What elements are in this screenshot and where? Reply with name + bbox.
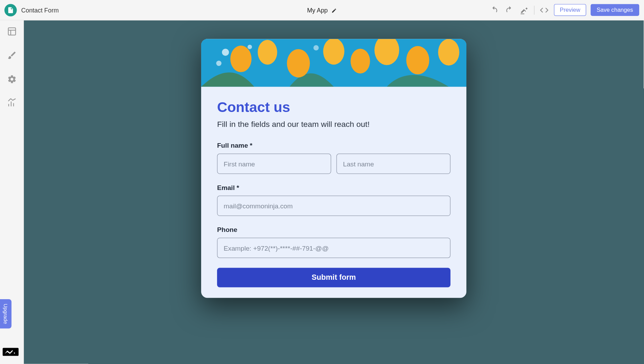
- topbar-right: Preview Save changes: [489, 4, 639, 16]
- svg-point-17: [222, 49, 229, 55]
- divider: [534, 6, 535, 15]
- form-subtitle: Fill in the fields and our team will rea…: [217, 120, 450, 129]
- phone-input[interactable]: [217, 238, 450, 258]
- gear-icon[interactable]: [7, 75, 17, 86]
- svg-point-9: [230, 46, 251, 72]
- email-field-block: Email *: [217, 184, 450, 216]
- fullname-row: [217, 154, 450, 174]
- redo-icon[interactable]: [504, 5, 515, 15]
- layout-icon[interactable]: [7, 27, 17, 38]
- fullname-label: Full name *: [217, 142, 450, 149]
- app-name[interactable]: My App: [307, 7, 328, 14]
- phone-field-block: Phone: [217, 226, 450, 258]
- svg-point-10: [258, 40, 277, 65]
- corner-badge[interactable]: [3, 348, 19, 356]
- phone-label: Phone: [217, 226, 450, 233]
- edit-name-icon[interactable]: [331, 7, 337, 12]
- svg-point-11: [287, 49, 310, 78]
- app-logo[interactable]: [5, 4, 17, 16]
- firstname-input[interactable]: [217, 154, 331, 174]
- gavel-icon[interactable]: [519, 5, 530, 15]
- fullname-field-block: Full name *: [217, 142, 450, 174]
- undo-icon[interactable]: [489, 5, 500, 15]
- left-sidebar: Upgrade: [0, 20, 24, 364]
- contact-form-card: Contact us Fill in the fields and our te…: [201, 39, 466, 298]
- email-label: Email *: [217, 184, 450, 191]
- form-body: Contact us Fill in the fields and our te…: [201, 87, 466, 298]
- email-input[interactable]: [217, 196, 450, 216]
- main-area: Upgrade: [0, 20, 644, 364]
- topbar-left: Contact Form: [5, 4, 59, 16]
- svg-rect-0: [8, 28, 15, 35]
- form-title: Contact us: [217, 99, 450, 115]
- svg-point-12: [323, 39, 344, 64]
- svg-point-18: [216, 61, 221, 66]
- topbar-center: My App: [307, 7, 337, 14]
- analytics-icon[interactable]: [7, 98, 17, 110]
- svg-marker-6: [5, 350, 12, 354]
- page-name: Contact Form: [21, 7, 59, 14]
- canvas[interactable]: Contact us Fill in the fields and our te…: [24, 20, 644, 364]
- preview-button[interactable]: Preview: [554, 4, 586, 16]
- svg-rect-7: [14, 353, 15, 354]
- code-icon[interactable]: [539, 5, 550, 15]
- svg-point-13: [351, 49, 370, 73]
- lastname-input[interactable]: [337, 154, 450, 174]
- hero-image: [201, 39, 466, 87]
- top-bar: Contact Form My App Preview Save changes: [0, 0, 644, 20]
- brush-icon[interactable]: [7, 51, 17, 62]
- submit-button[interactable]: Submit form: [217, 268, 450, 287]
- upgrade-tab[interactable]: Upgrade: [0, 299, 11, 328]
- save-button[interactable]: Save changes: [590, 4, 639, 16]
- svg-point-15: [406, 46, 429, 75]
- svg-point-16: [438, 39, 459, 66]
- svg-point-19: [248, 45, 252, 49]
- svg-point-20: [313, 45, 319, 50]
